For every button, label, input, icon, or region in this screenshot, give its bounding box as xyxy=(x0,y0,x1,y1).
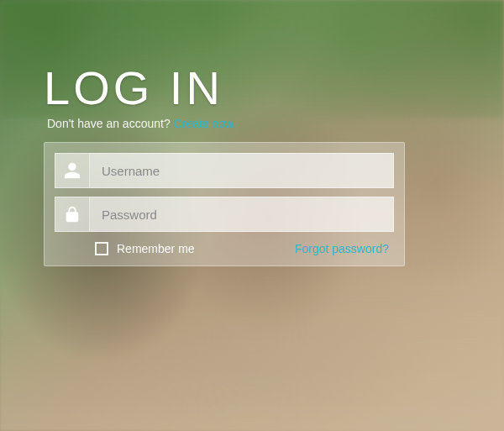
password-row xyxy=(55,197,394,232)
remember-me-checkbox[interactable]: Remember me xyxy=(95,242,195,255)
signup-prompt-text: Don't have an account? xyxy=(47,117,174,130)
form-bottom-row: Remember me Forgot password? xyxy=(55,242,394,257)
username-row xyxy=(55,153,394,188)
forgot-password-link[interactable]: Forgot password? xyxy=(295,242,389,255)
lock-icon xyxy=(55,197,90,232)
login-form: Remember me Forgot password? xyxy=(44,142,405,266)
create-account-link[interactable]: Create now. xyxy=(174,117,237,130)
login-panel: LOG IN Don't have an account? Create now… xyxy=(44,60,405,266)
username-input[interactable] xyxy=(90,153,394,188)
password-input[interactable] xyxy=(90,197,394,232)
signup-prompt: Don't have an account? Create now. xyxy=(44,117,405,130)
user-icon xyxy=(55,153,90,188)
page-title: LOG IN xyxy=(44,60,405,115)
remember-me-label: Remember me xyxy=(117,242,195,255)
checkbox-icon xyxy=(95,242,108,255)
